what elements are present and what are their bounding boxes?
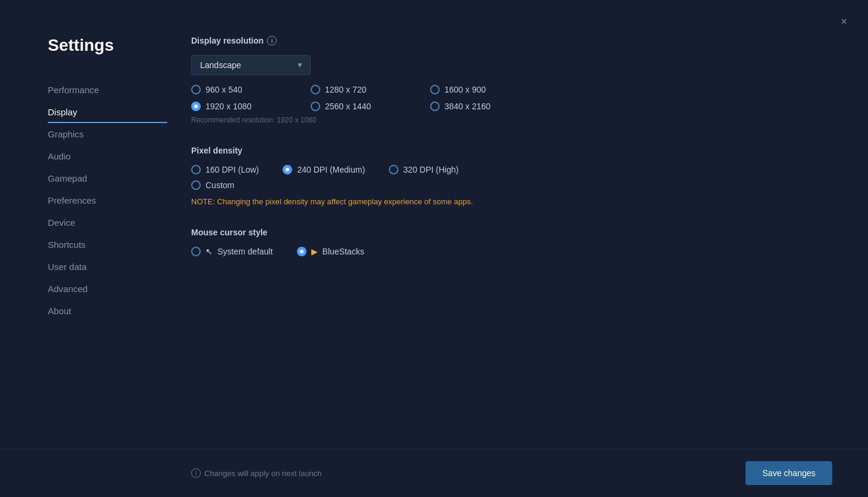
sidebar-item-display[interactable]: Display bbox=[48, 101, 167, 123]
footer: i Changes will apply on next launch Save… bbox=[0, 449, 868, 497]
resolution-960x540[interactable]: 960 x 540 bbox=[191, 85, 311, 94]
resolution-1280x720[interactable]: 1280 x 720 bbox=[311, 85, 430, 94]
sidebar-item-preferences[interactable]: Preferences bbox=[48, 189, 167, 211]
bluestacks-cursor-icon: ▶ bbox=[311, 247, 318, 256]
mouse-cursor-title: Mouse cursor style bbox=[191, 228, 832, 237]
resolution-3840x2160[interactable]: 3840 x 2160 bbox=[430, 102, 550, 111]
resolution-section-title: Display resolution i bbox=[191, 36, 832, 45]
pixel-density-options: 160 DPI (Low) 240 DPI (Medium) 320 DPI (… bbox=[191, 165, 832, 174]
pixel-density-section: Pixel density 160 DPI (Low) 240 DPI (Med… bbox=[191, 146, 832, 206]
dpi-custom[interactable]: Custom bbox=[191, 180, 832, 190]
content-area: Settings Performance Display Graphics Au… bbox=[0, 0, 868, 449]
orientation-select[interactable]: Landscape bbox=[191, 55, 311, 75]
dpi-custom-row: Custom bbox=[191, 180, 832, 190]
sidebar-item-performance[interactable]: Performance bbox=[48, 79, 167, 101]
sidebar-item-audio[interactable]: Audio bbox=[48, 145, 167, 167]
display-resolution-section: Display resolution i Landscape ▼ 960 x 5… bbox=[191, 36, 832, 124]
sidebar-item-gamepad[interactable]: Gamepad bbox=[48, 167, 167, 189]
close-button[interactable]: × bbox=[835, 12, 854, 31]
radio-circle-320dpi bbox=[389, 165, 398, 174]
close-icon: × bbox=[841, 16, 848, 28]
resolution-label-3840x2160: 3840 x 2160 bbox=[444, 102, 490, 111]
pixel-density-note: NOTE: Changing the pixel density may aff… bbox=[191, 197, 832, 206]
resolution-2560x1440[interactable]: 2560 x 1440 bbox=[311, 102, 430, 111]
radio-circle-240dpi bbox=[283, 165, 292, 174]
save-changes-button[interactable]: Save changes bbox=[746, 461, 832, 485]
cursor-options: ↖ System default ▶ BlueStacks bbox=[191, 247, 832, 256]
resolution-label-1600x900: 1600 x 900 bbox=[444, 85, 486, 94]
main-content: Display resolution i Landscape ▼ 960 x 5… bbox=[167, 36, 868, 449]
resolution-label-2560x1440: 2560 x 1440 bbox=[325, 102, 371, 111]
resolution-label-1920x1080: 1920 x 1080 bbox=[206, 102, 251, 111]
resolution-info-icon[interactable]: i bbox=[267, 36, 277, 45]
sidebar-item-about[interactable]: About bbox=[48, 300, 167, 322]
radio-circle-1280x720 bbox=[311, 85, 320, 94]
orientation-dropdown[interactable]: Landscape ▼ bbox=[191, 55, 311, 75]
resolution-label-1280x720: 1280 x 720 bbox=[325, 85, 366, 94]
system-cursor-icon: ↖ bbox=[206, 247, 213, 256]
dpi-160-label: 160 DPI (Low) bbox=[206, 165, 259, 174]
sidebar: Settings Performance Display Graphics Au… bbox=[0, 36, 167, 449]
dpi-320-label: 320 DPI (High) bbox=[403, 165, 459, 174]
sidebar-item-user-data[interactable]: User data bbox=[48, 256, 167, 278]
radio-circle-bluestacks-cursor bbox=[297, 247, 306, 256]
radio-circle-custom-dpi bbox=[191, 180, 201, 190]
radio-circle-1600x900 bbox=[430, 85, 440, 94]
radio-circle-1920x1080 bbox=[191, 102, 201, 111]
recommended-resolution-text: Recommended resolution: 1920 x 1080 bbox=[191, 116, 832, 124]
footer-info-icon: i bbox=[191, 468, 201, 478]
resolution-label-960x540: 960 x 540 bbox=[206, 85, 243, 94]
resolution-1600x900[interactable]: 1600 x 900 bbox=[430, 85, 550, 94]
cursor-system-default[interactable]: ↖ System default bbox=[191, 247, 273, 256]
radio-circle-160dpi bbox=[191, 165, 201, 174]
sidebar-item-device[interactable]: Device bbox=[48, 211, 167, 234]
page-title: Settings bbox=[48, 36, 167, 55]
radio-circle-960x540 bbox=[191, 85, 201, 94]
footer-note: i Changes will apply on next launch bbox=[191, 468, 322, 478]
sidebar-item-advanced[interactable]: Advanced bbox=[48, 278, 167, 300]
dpi-320[interactable]: 320 DPI (High) bbox=[389, 165, 459, 174]
footer-note-text: Changes will apply on next launch bbox=[204, 469, 322, 478]
mouse-cursor-section: Mouse cursor style ↖ System default ▶ Bl… bbox=[191, 228, 832, 256]
dpi-240-label: 240 DPI (Medium) bbox=[297, 165, 365, 174]
dpi-240[interactable]: 240 DPI (Medium) bbox=[283, 165, 365, 174]
cursor-bluestacks-label: BlueStacks bbox=[323, 247, 364, 256]
settings-dialog: × Settings Performance Display Graphics … bbox=[0, 0, 868, 497]
pixel-density-title: Pixel density bbox=[191, 146, 832, 155]
cursor-system-label: System default bbox=[217, 247, 273, 256]
resolution-options: 960 x 540 1280 x 720 1600 x 900 1920 x 1… bbox=[191, 85, 550, 111]
radio-circle-2560x1440 bbox=[311, 102, 320, 111]
sidebar-nav: Performance Display Graphics Audio Gamep… bbox=[48, 79, 167, 322]
sidebar-item-graphics[interactable]: Graphics bbox=[48, 123, 167, 145]
dpi-custom-label: Custom bbox=[206, 180, 234, 190]
sidebar-item-shortcuts[interactable]: Shortcuts bbox=[48, 234, 167, 256]
radio-circle-system-cursor bbox=[191, 247, 201, 256]
cursor-bluestacks[interactable]: ▶ BlueStacks bbox=[297, 247, 364, 256]
radio-circle-3840x2160 bbox=[430, 102, 440, 111]
dpi-160[interactable]: 160 DPI (Low) bbox=[191, 165, 259, 174]
resolution-1920x1080[interactable]: 1920 x 1080 bbox=[191, 102, 311, 111]
